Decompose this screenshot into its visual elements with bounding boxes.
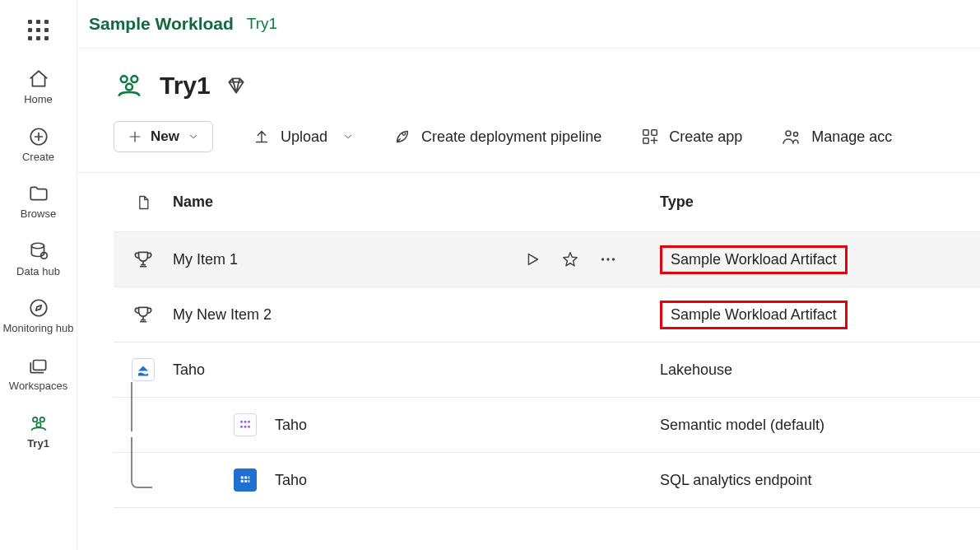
manage-access-button[interactable]: Manage acc (782, 127, 892, 147)
star-icon[interactable] (561, 250, 579, 268)
brand-title: Sample Workload (89, 14, 234, 34)
breadcrumb[interactable]: Try1 (247, 15, 277, 33)
workspaces-icon (28, 355, 49, 376)
folder-icon (28, 183, 49, 204)
nav-browse[interactable]: Browse (0, 173, 77, 231)
svg-point-17 (606, 258, 609, 260)
workspace-header: Try1 (77, 49, 980, 110)
nav-workspaces[interactable]: Workspaces (0, 345, 77, 403)
item-name[interactable]: Taho (275, 417, 307, 434)
svg-point-18 (612, 258, 615, 260)
apps-icon (641, 128, 659, 146)
svg-point-1 (31, 243, 44, 249)
diamond-icon[interactable] (225, 75, 247, 96)
plus-icon (128, 129, 142, 144)
svg-rect-11 (643, 130, 648, 135)
nav-create[interactable]: Create (0, 116, 77, 174)
main-content: Sample Workload Try1 Try1 New Upload (77, 0, 980, 550)
column-name[interactable]: Name (173, 193, 634, 211)
people-icon (782, 127, 801, 147)
svg-rect-29 (244, 480, 247, 482)
svg-point-21 (248, 421, 250, 423)
run-icon[interactable] (523, 250, 541, 268)
svg-point-24 (248, 426, 250, 428)
svg-point-9 (131, 76, 137, 82)
nav-home[interactable]: Home (0, 58, 77, 116)
table-header: Name Type (114, 173, 980, 232)
nav-current-workspace[interactable]: Try1 (0, 403, 77, 460)
tree-connector (123, 413, 164, 436)
database-icon (28, 240, 49, 262)
item-type: Semantic model (default) (660, 417, 824, 434)
upload-button[interactable]: Upload (253, 128, 354, 146)
table-row[interactable]: Taho Semantic model (default) (114, 398, 980, 453)
app-launcher-icon[interactable] (28, 8, 49, 58)
items-table: Name Type My Item 1 Sample Workload Arti… (77, 173, 980, 508)
nav-monitoring[interactable]: Monitoring hub (0, 287, 77, 345)
home-icon (28, 68, 49, 90)
sql-endpoint-icon (234, 468, 257, 492)
svg-rect-4 (33, 360, 45, 370)
trophy-icon (114, 304, 173, 325)
tree-connector (123, 468, 164, 492)
top-header: Sample Workload Try1 (77, 0, 980, 49)
item-name[interactable]: My Item 1 (173, 251, 238, 268)
new-button[interactable]: New (114, 121, 213, 152)
item-name[interactable]: My New Item 2 (173, 306, 272, 324)
svg-point-15 (794, 133, 798, 137)
item-type: Sample Workload Artifact (660, 301, 848, 329)
svg-point-19 (240, 421, 243, 423)
table-row[interactable]: Taho Lakehouse (114, 343, 980, 398)
svg-point-3 (30, 301, 47, 317)
create-pipeline-button[interactable]: Create deployment pipeline (393, 128, 601, 146)
svg-rect-12 (652, 130, 657, 135)
plus-circle-icon (28, 126, 49, 147)
svg-rect-30 (248, 480, 250, 482)
nav-datahub[interactable]: Data hub (0, 231, 77, 288)
more-icon[interactable] (599, 250, 617, 268)
item-type: Lakehouse (660, 361, 732, 379)
item-name[interactable]: Taho (275, 472, 307, 489)
semantic-model-icon (234, 413, 257, 436)
svg-rect-25 (241, 477, 244, 479)
svg-point-8 (121, 76, 128, 82)
svg-point-10 (126, 84, 132, 91)
chevron-down-icon (188, 131, 199, 142)
column-type[interactable]: Type (634, 193, 980, 211)
create-app-button[interactable]: Create app (641, 128, 742, 146)
people-icon (28, 412, 49, 434)
lakehouse-icon (114, 358, 173, 381)
svg-point-20 (244, 421, 247, 423)
trophy-icon (114, 249, 173, 270)
column-icon (114, 193, 173, 212)
svg-point-16 (601, 258, 604, 260)
people-icon (114, 70, 145, 101)
table-row[interactable]: My Item 1 Sample Workload Artifact (114, 232, 980, 287)
chevron-down-icon (342, 131, 354, 142)
compass-icon (28, 297, 49, 319)
svg-rect-28 (241, 480, 244, 482)
item-type: Sample Workload Artifact (660, 245, 848, 274)
file-icon (135, 193, 151, 212)
svg-rect-13 (643, 138, 648, 143)
table-row[interactable]: Taho SQL analytics endpoint (114, 453, 980, 508)
svg-rect-26 (244, 477, 247, 479)
svg-point-22 (240, 426, 243, 428)
svg-rect-27 (248, 477, 250, 479)
rocket-icon (393, 128, 411, 146)
svg-point-6 (39, 417, 44, 422)
toolbar: New Upload Create deployment pipeline Cr… (77, 110, 980, 173)
svg-point-7 (36, 422, 40, 426)
table-row[interactable]: My New Item 2 Sample Workload Artifact (114, 287, 980, 343)
svg-point-23 (244, 426, 247, 428)
item-name[interactable]: Taho (173, 361, 205, 379)
svg-point-5 (32, 417, 36, 422)
svg-point-14 (786, 131, 791, 136)
nav-rail: Home Create Browse Data hub Monitoring h… (0, 0, 77, 550)
item-type: SQL analytics endpoint (660, 472, 811, 489)
workspace-title: Try1 (160, 72, 211, 100)
upload-icon (253, 128, 271, 146)
